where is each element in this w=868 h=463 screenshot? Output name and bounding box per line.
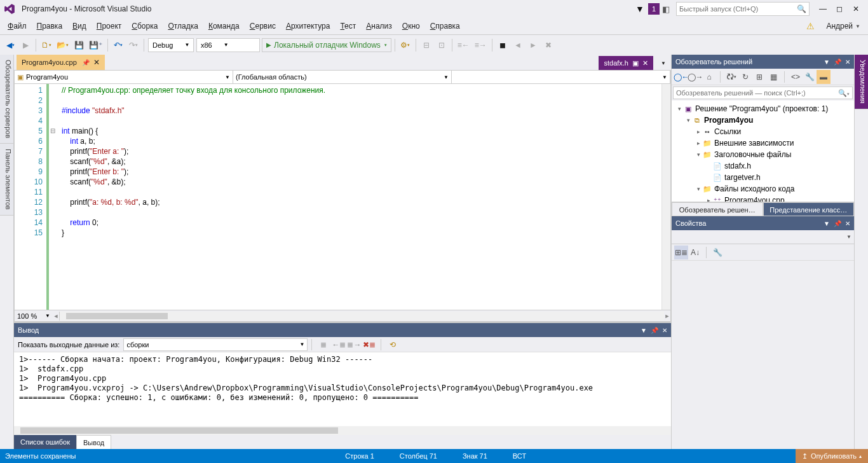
start-debug-button[interactable]: ▶ Локальный отладчик Windows ▾	[262, 38, 391, 52]
tree-item[interactable]: ▾▣Решение "Program4you" (проектов: 1)	[673, 103, 853, 114]
horizontal-scrollbar[interactable]	[59, 312, 664, 321]
pin-icon[interactable]: 📌	[834, 59, 841, 66]
menu-анализ[interactable]: Анализ	[361, 22, 397, 31]
menu-проект[interactable]: Проект	[92, 22, 127, 31]
preview-tab[interactable]: stdafx.h ▣ ✕	[599, 56, 653, 70]
menu-тест[interactable]: Тест	[335, 22, 361, 31]
menu-архитектура[interactable]: Архитектура	[281, 22, 336, 31]
se-tab-classview[interactable]: Представление класс…	[763, 202, 855, 216]
quick-launch-input[interactable]	[679, 5, 797, 13]
bookmark-button[interactable]: ◼	[496, 38, 510, 52]
tree-item[interactable]: ▾⧉Program4you	[673, 114, 853, 126]
scope-dropdown-right[interactable]: (Глобальная область) ▼	[233, 71, 452, 83]
se-properties-button[interactable]: 🔧	[803, 70, 817, 84]
se-code-button[interactable]: <>	[789, 70, 803, 84]
code-editor[interactable]: 123456789101112131415 ⊟ // Program4you.c…	[14, 84, 671, 310]
fold-column[interactable]: ⊟	[50, 84, 59, 310]
server-explorer-tab[interactable]: Обозреватель серверов	[0, 55, 13, 144]
output-source-dropdown[interactable]: сборки ▼	[123, 338, 308, 351]
menu-справка[interactable]: Справка	[425, 22, 465, 31]
solution-explorer-header[interactable]: Обозреватель решений ▼ 📌 ✕	[672, 55, 854, 69]
undo-button[interactable]: ↶▾	[111, 38, 125, 52]
scope-dropdown-left[interactable]: ▣ Program4you ▼	[15, 71, 233, 83]
feedback-icon[interactable]: ◧	[662, 4, 670, 14]
find-message-button[interactable]: ≣	[316, 338, 330, 351]
se-home-button[interactable]: ⌂	[702, 70, 716, 84]
nav-forward-button[interactable]: ▶	[18, 38, 32, 52]
prev-message-button[interactable]: ←≣	[332, 338, 346, 351]
menu-команда[interactable]: Команда	[203, 22, 245, 31]
se-collapse-button[interactable]: ⊞	[752, 70, 766, 84]
next-bookmark-button[interactable]: ►	[526, 38, 540, 52]
open-file-button[interactable]: 📂▾	[55, 38, 71, 52]
properties-header[interactable]: Свойства ▼ 📌 ✕	[672, 216, 854, 230]
word-wrap-button[interactable]: ⟲	[386, 338, 400, 351]
tree-item[interactable]: 📄stdafx.h	[673, 160, 853, 172]
pin-icon[interactable]: 📌	[651, 327, 658, 334]
comment-button[interactable]: ⊟	[419, 38, 433, 52]
search-icon[interactable]: 🔍▾	[838, 89, 850, 97]
se-search-input[interactable]	[676, 89, 838, 97]
pin-icon[interactable]: 📌	[82, 59, 90, 66]
search-icon[interactable]: 🔍	[797, 4, 806, 13]
scope-dropdown-member[interactable]: ▼	[452, 71, 670, 83]
nav-back-button[interactable]: ◀▾	[3, 38, 17, 52]
tree-item[interactable]: ▸⁺⁺Program4you.cpp	[673, 195, 853, 202]
props-wrench-button[interactable]: 🔧	[710, 245, 724, 259]
menu-файл[interactable]: Файл	[3, 22, 32, 31]
minimize-button[interactable]: —	[815, 2, 831, 16]
menu-вид[interactable]: Вид	[67, 22, 92, 31]
warning-icon[interactable]: ⚠	[806, 21, 815, 31]
tree-item[interactable]: 📄targetver.h	[673, 172, 853, 183]
toolbox-tab[interactable]: Панель элементов	[0, 144, 13, 216]
close-panel-icon[interactable]: ✕	[845, 59, 850, 66]
tree-item[interactable]: ▾📁Файлы исходного кода	[673, 183, 853, 195]
platform-dropdown[interactable]: x86▼	[196, 38, 260, 52]
se-preview-button[interactable]: ▬	[817, 70, 831, 84]
process-button[interactable]: ⚙▾	[398, 38, 412, 52]
se-search-box[interactable]: 🔍▾	[673, 86, 853, 99]
menu-правка[interactable]: Правка	[32, 22, 68, 31]
clear-output-button[interactable]: ✖≣	[362, 338, 376, 351]
close-panel-icon[interactable]: ✕	[662, 327, 667, 334]
tab-overflow-button[interactable]: ▼	[656, 56, 670, 70]
prev-bookmark-button[interactable]: ◄	[511, 38, 525, 52]
close-button[interactable]: ✕	[848, 2, 864, 16]
alphabetical-button[interactable]: A↓	[688, 245, 702, 259]
flag-filter-icon[interactable]: ▼	[635, 4, 644, 14]
tree-item[interactable]: ▾📁Заголовочные файлы	[673, 149, 853, 160]
output-h-scrollbar[interactable]	[14, 426, 671, 435]
panel-menu-icon[interactable]: ▼	[641, 327, 647, 334]
code-content[interactable]: // Program4you.cpp: определяет точку вхо…	[59, 84, 661, 310]
promote-icon[interactable]: ▣	[632, 59, 639, 67]
document-tab-active[interactable]: Program4you.cpp 📌 ✕	[17, 55, 105, 70]
se-back-button[interactable]: ◯←	[674, 70, 688, 84]
output-panel-header[interactable]: Вывод ▼ 📌 ✕	[14, 323, 671, 337]
panel-menu-icon[interactable]: ▼	[824, 59, 830, 66]
output-tab[interactable]: Вывод	[76, 435, 111, 449]
se-sync-button[interactable]: 🗘▾	[724, 70, 738, 84]
uncomment-button[interactable]: ⊡	[435, 38, 449, 52]
pin-icon[interactable]: 📌	[834, 220, 841, 227]
notifications-tab[interactable]: Уведомления	[855, 55, 868, 109]
tree-item[interactable]: ▸📁Внешние зависимости	[673, 137, 853, 149]
save-button[interactable]: 💾	[72, 38, 86, 52]
maximize-button[interactable]: ◻	[831, 2, 848, 16]
redo-button[interactable]: ↷▾	[126, 38, 140, 52]
user-menu[interactable]: Андрей ▼	[821, 22, 865, 31]
menu-сервис[interactable]: Сервис	[245, 22, 281, 31]
publish-button[interactable]: ↥ Опубликовать ▴	[796, 449, 868, 463]
props-object-dropdown[interactable]: ▼	[672, 230, 854, 244]
outdent-button[interactable]: ≡→	[473, 38, 489, 52]
config-dropdown[interactable]: Debug▼	[148, 38, 194, 52]
se-showall-button[interactable]: ▦	[766, 70, 780, 84]
scroll-right-button[interactable]: ►	[664, 313, 670, 319]
scroll-left-button[interactable]: ◄	[53, 313, 59, 319]
panel-menu-icon[interactable]: ▼	[824, 220, 830, 227]
next-message-button[interactable]: ≣→	[347, 338, 361, 351]
zoom-dropdown[interactable]: 100 %▼	[15, 312, 53, 320]
close-tab-icon[interactable]: ✕	[93, 58, 100, 67]
categorized-button[interactable]: ⊞≣	[674, 245, 688, 259]
indent-button[interactable]: ≡←	[456, 38, 471, 52]
se-refresh-button[interactable]: ↻	[738, 70, 752, 84]
